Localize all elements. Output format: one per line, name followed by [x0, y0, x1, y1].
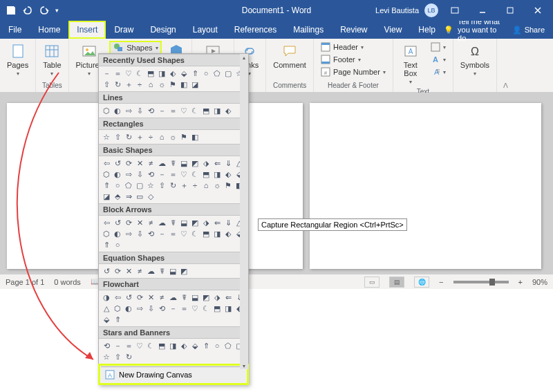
shape-option[interactable]: ⬗ — [212, 292, 222, 302]
shape-option[interactable]: ☆ — [146, 180, 156, 190]
shape-option[interactable]: ⚑ — [168, 80, 178, 89]
shape-option[interactable]: ⇦ — [102, 158, 111, 168]
shape-option[interactable]: ↻ — [124, 132, 133, 142]
shape-option[interactable]: ⬠ — [124, 180, 133, 190]
shape-option[interactable]: ⬒ — [212, 304, 222, 313]
shape-option[interactable]: ◩ — [190, 218, 200, 227]
shape-option[interactable]: ◩ — [179, 266, 189, 276]
shape-option[interactable]: ☾ — [201, 304, 211, 313]
shape-option[interactable]: ☼ — [212, 180, 222, 190]
shape-option[interactable]: ⌂ — [157, 132, 167, 142]
shape-option[interactable]: ＝ — [124, 341, 133, 351]
shape-option[interactable]: ⚑ — [179, 132, 189, 142]
shape-option[interactable]: ⇑ — [113, 315, 122, 324]
shape-option[interactable]: ◑ — [102, 292, 111, 302]
shape-option[interactable]: ⇩ — [135, 106, 144, 115]
shape-option[interactable]: ≠ — [157, 292, 167, 302]
symbols-button[interactable]: Ω Symbols ▾ — [458, 41, 492, 78]
shape-option[interactable]: ☾ — [190, 106, 200, 115]
shape-option[interactable]: ⬓ — [190, 292, 200, 302]
shape-option[interactable]: ⟳ — [124, 158, 133, 168]
shape-option[interactable]: ◇ — [146, 192, 156, 201]
dropdown-scrollbar[interactable]: ▴ ▾ — [240, 54, 248, 369]
shape-option[interactable]: ▭ — [135, 192, 144, 201]
shape-option[interactable]: ⇨ — [124, 169, 133, 179]
shape-option[interactable]: ⇨ — [124, 106, 133, 115]
shape-option[interactable]: ☁ — [157, 218, 167, 227]
wordart-button[interactable]: A▾ — [428, 54, 449, 65]
shape-option[interactable]: ⇑ — [102, 240, 111, 250]
shape-option[interactable]: ⇓ — [223, 218, 233, 227]
shape-option[interactable]: ▢ — [135, 180, 144, 190]
shape-option[interactable]: ÷ — [190, 180, 200, 190]
shape-option[interactable]: ⇐ — [212, 158, 222, 168]
zoom-thumb[interactable] — [489, 279, 495, 286]
user-name[interactable]: Levi Bautista — [375, 6, 419, 15]
shape-option[interactable]: ⇧ — [102, 80, 111, 89]
shape-option[interactable]: ☾ — [146, 341, 156, 351]
avatar[interactable]: LB — [424, 3, 438, 17]
shape-option[interactable]: ◩ — [190, 158, 200, 168]
shape-option[interactable]: ⬒ — [201, 169, 211, 179]
shape-option[interactable]: ⬗ — [201, 158, 211, 168]
shape-option[interactable]: ☁ — [146, 266, 156, 276]
shape-option[interactable]: ✕ — [135, 158, 144, 168]
shape-option[interactable]: ⟲ — [146, 229, 156, 239]
shape-option[interactable]: ◨ — [212, 106, 222, 115]
shape-option[interactable]: ＋ — [179, 180, 189, 190]
close-button[interactable] — [527, 3, 549, 17]
shape-option[interactable]: ☼ — [168, 132, 178, 142]
shape-option[interactable]: ◪ — [102, 192, 111, 201]
shape-option[interactable]: ⇧ — [113, 352, 122, 362]
save-icon[interactable] — [6, 5, 17, 16]
shape-option[interactable]: ⇑ — [190, 68, 200, 78]
shape-option[interactable]: ⬓ — [179, 158, 189, 168]
shape-option[interactable]: ↺ — [102, 266, 111, 276]
shape-option[interactable]: ⬒ — [201, 106, 211, 115]
shape-option[interactable]: ↺ — [113, 218, 122, 227]
shape-option[interactable]: ⟳ — [135, 292, 144, 302]
tab-mailings[interactable]: Mailings — [285, 21, 332, 39]
shape-option[interactable]: ◐ — [113, 106, 122, 115]
shape-option[interactable]: ⌂ — [201, 180, 211, 190]
status-page[interactable]: Page 1 of 1 — [6, 278, 44, 286]
shape-option[interactable]: ☤ — [168, 218, 178, 227]
shape-option[interactable]: ⬠ — [212, 68, 222, 78]
shape-option[interactable]: ⇩ — [135, 229, 144, 239]
shape-option[interactable]: ✕ — [124, 266, 133, 276]
shape-option[interactable]: ⬖ — [223, 106, 233, 115]
shape-option[interactable]: △ — [102, 304, 111, 313]
shape-option[interactable]: ♡ — [135, 341, 144, 351]
shapes-button[interactable]: Shapes ▾ — [110, 41, 160, 54]
shape-option[interactable]: ⬖ — [168, 68, 178, 78]
shape-option[interactable]: ＝ — [113, 68, 122, 78]
shape-option[interactable]: － — [157, 169, 167, 179]
shape-option[interactable]: ⬗ — [201, 218, 211, 227]
shape-option[interactable]: ＝ — [168, 169, 178, 179]
shape-option[interactable]: ÷ — [135, 80, 144, 89]
tab-references[interactable]: References — [226, 21, 285, 39]
shape-option[interactable]: ⬓ — [179, 218, 189, 227]
footer-button[interactable]: Footer▾ — [318, 54, 388, 65]
shape-option[interactable]: ◨ — [157, 68, 167, 78]
shape-option[interactable]: ⬡ — [102, 169, 111, 179]
shape-option[interactable]: ○ — [212, 341, 222, 351]
shape-option[interactable]: ☁ — [157, 158, 167, 168]
shape-option[interactable]: ⟳ — [124, 218, 133, 227]
shape-option[interactable]: ⟲ — [146, 106, 156, 115]
shape-option[interactable]: ⇦ — [113, 292, 122, 302]
comment-button[interactable]: Comment — [270, 41, 309, 71]
undo-icon[interactable] — [22, 5, 33, 16]
shape-option[interactable]: ＝ — [168, 229, 178, 239]
tab-draw[interactable]: Draw — [106, 21, 142, 39]
shape-option[interactable]: ◐ — [124, 304, 133, 313]
shape-option[interactable]: ⇨ — [135, 304, 144, 313]
shape-option[interactable]: ○ — [113, 180, 122, 190]
shape-option[interactable]: ≠ — [135, 266, 144, 276]
zoom-slider[interactable] — [453, 281, 509, 283]
shape-option[interactable]: － — [102, 68, 111, 78]
shape-option[interactable]: ⬙ — [102, 315, 111, 324]
shape-option[interactable]: ☆ — [102, 352, 111, 362]
shape-option[interactable]: ⬙ — [179, 68, 189, 78]
shape-option[interactable]: ✕ — [146, 292, 156, 302]
